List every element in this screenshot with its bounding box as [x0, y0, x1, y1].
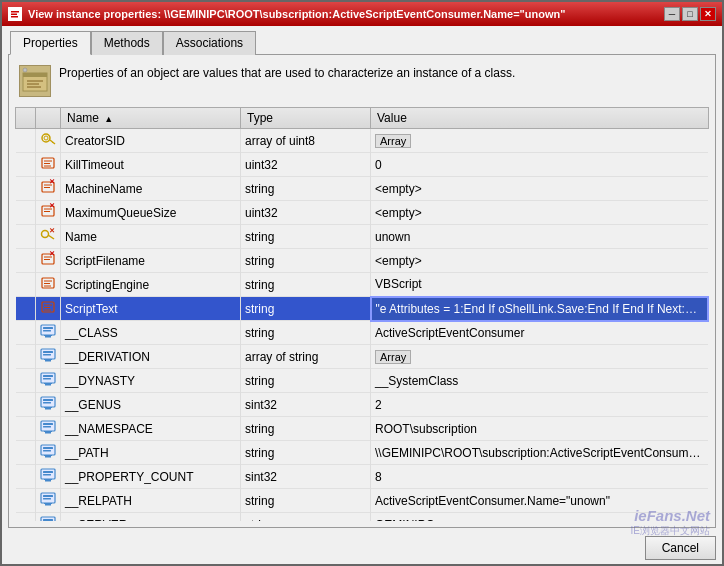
row-name: MaximumQueueSize	[61, 201, 241, 225]
svg-rect-79	[45, 504, 51, 506]
row-name: ScriptText	[61, 297, 241, 321]
row-checkbox[interactable]	[16, 201, 36, 225]
row-checkbox[interactable]	[16, 249, 36, 273]
table-row[interactable]: ✕ MaximumQueueSizeuint32<empty>	[16, 201, 709, 225]
row-value: \\GEMINIPC\ROOT\subscription:ActiveScrip…	[371, 441, 709, 465]
table-row[interactable]: CreatorSIDarray of uint8Array	[16, 129, 709, 153]
svg-text:✕: ✕	[49, 203, 55, 209]
table-row[interactable]: __RELPATHstringActiveScriptEventConsumer…	[16, 489, 709, 513]
row-checkbox[interactable]	[16, 273, 36, 297]
row-value: ROOT\subscription	[371, 417, 709, 441]
row-type: string	[241, 273, 371, 297]
svg-text:✕: ✕	[49, 251, 55, 257]
row-checkbox[interactable]	[16, 513, 36, 522]
svg-rect-78	[43, 498, 51, 500]
row-checkbox[interactable]	[16, 441, 36, 465]
svg-rect-60	[44, 407, 52, 408]
row-type-icon	[40, 448, 56, 462]
svg-rect-49	[45, 360, 51, 362]
table-row[interactable]: __CLASSstringActiveScriptEventConsumer	[16, 321, 709, 345]
row-type: string	[241, 417, 371, 441]
table-row[interactable]: ScriptingEnginestringVBScript	[16, 273, 709, 297]
row-checkbox[interactable]	[16, 393, 36, 417]
cancel-button[interactable]: Cancel	[645, 536, 716, 560]
row-type-icon	[40, 352, 56, 366]
row-name: __NAMESPACE	[61, 417, 241, 441]
minimize-button[interactable]: ─	[664, 7, 680, 21]
row-type: string	[241, 369, 371, 393]
row-type: string	[241, 321, 371, 345]
row-type-icon: ✕	[40, 184, 56, 198]
row-type: sint32	[241, 465, 371, 489]
row-checkbox[interactable]	[16, 417, 36, 441]
table-row[interactable]: __PROPERTY_COUNTsint328	[16, 465, 709, 489]
table-row[interactable]: KillTimeoutuint320	[16, 153, 709, 177]
svg-point-26	[42, 231, 49, 238]
svg-text:✕: ✕	[49, 179, 55, 185]
row-checkbox[interactable]	[16, 153, 36, 177]
row-type-icon: ✕	[40, 208, 56, 222]
row-checkbox[interactable]	[16, 177, 36, 201]
row-value: __SystemClass	[371, 369, 709, 393]
table-row[interactable]: __PATHstring\\GEMINIPC\ROOT\subscription…	[16, 441, 709, 465]
row-checkbox[interactable]	[16, 369, 36, 393]
row-checkbox[interactable]	[16, 129, 36, 153]
svg-rect-80	[44, 503, 52, 504]
row-icon-cell: ✕	[36, 177, 61, 201]
svg-rect-69	[45, 456, 51, 458]
tab-properties[interactable]: Properties	[10, 31, 91, 55]
tab-bar: Properties Methods Associations	[2, 26, 722, 54]
main-window: View instance properties: \\GEMINIPC\ROO…	[0, 0, 724, 566]
col-header-value[interactable]: Value	[371, 108, 709, 129]
table-row[interactable]: ✕ ScriptFilenamestring<empty>	[16, 249, 709, 273]
svg-rect-44	[45, 336, 51, 338]
row-type-icon	[40, 496, 56, 510]
row-type: string	[241, 441, 371, 465]
table-row[interactable]: __DYNASTYstring__SystemClass	[16, 369, 709, 393]
row-icon-cell	[36, 417, 61, 441]
row-value: "e Attributes = 1:End If oShellLink.Save…	[371, 297, 709, 321]
table-row[interactable]: ✕ Namestringunown	[16, 225, 709, 249]
svg-rect-75	[44, 479, 52, 480]
row-checkbox[interactable]	[16, 225, 36, 249]
table-row[interactable]: ✕ MachineNamestring<empty>	[16, 177, 709, 201]
row-value: <empty>	[371, 177, 709, 201]
col-header-name[interactable]: Name ▲	[61, 108, 241, 129]
svg-rect-53	[43, 378, 51, 380]
col-header-type[interactable]: Type	[241, 108, 371, 129]
close-button[interactable]: ✕	[700, 7, 716, 21]
maximize-button[interactable]: □	[682, 7, 698, 21]
row-checkbox[interactable]	[16, 465, 36, 489]
title-bar: View instance properties: \\GEMINIPC\ROO…	[2, 2, 722, 26]
row-checkbox[interactable]	[16, 297, 36, 321]
sort-arrow-name: ▲	[104, 114, 113, 124]
row-type-icon	[40, 160, 56, 174]
row-checkbox[interactable]	[16, 321, 36, 345]
tab-associations[interactable]: Associations	[163, 31, 256, 55]
table-row[interactable]: ScriptTextstring"e Attributes = 1:End If…	[16, 297, 709, 321]
table-row[interactable]: __DERIVATIONarray of stringArray	[16, 345, 709, 369]
row-type-icon	[40, 376, 56, 390]
row-icon-cell	[36, 393, 61, 417]
svg-line-27	[48, 235, 54, 239]
row-type: string	[241, 297, 371, 321]
table-row[interactable]: __GENUSsint322	[16, 393, 709, 417]
row-name: __PROPERTY_COUNT	[61, 465, 241, 489]
row-icon-cell	[36, 273, 61, 297]
row-checkbox[interactable]	[16, 345, 36, 369]
row-name: KillTimeout	[61, 153, 241, 177]
properties-table-container[interactable]: Name ▲ Type Value CreatorSIDarray of uin…	[15, 107, 709, 521]
row-name: ScriptingEngine	[61, 273, 241, 297]
title-bar-left: View instance properties: \\GEMINIPC\ROO…	[8, 7, 565, 21]
row-name: Name	[61, 225, 241, 249]
tab-methods[interactable]: Methods	[91, 31, 163, 55]
row-type: array of string	[241, 345, 371, 369]
row-icon-cell	[36, 465, 61, 489]
row-name: __DYNASTY	[61, 369, 241, 393]
row-checkbox[interactable]	[16, 489, 36, 513]
table-row[interactable]: __SERVERstringGEMINIPC	[16, 513, 709, 522]
svg-rect-48	[43, 354, 51, 356]
window-title: View instance properties: \\GEMINIPC\ROO…	[28, 8, 565, 20]
svg-rect-62	[43, 423, 53, 425]
table-row[interactable]: __NAMESPACEstringROOT\subscription	[16, 417, 709, 441]
